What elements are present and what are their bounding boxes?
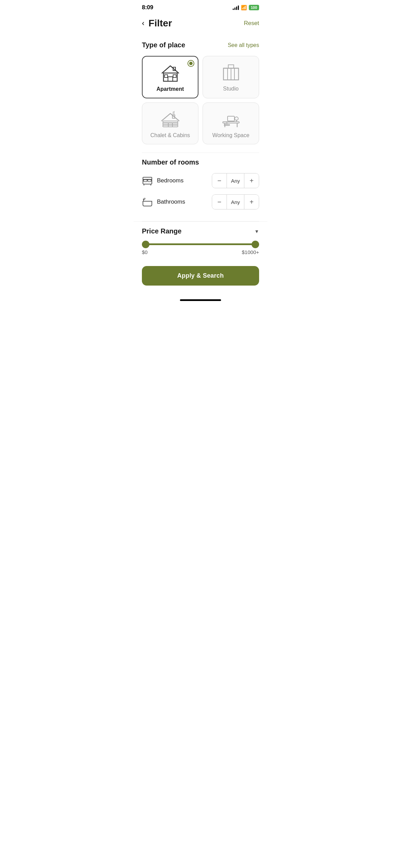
page-header: ‹ Filter Reset bbox=[134, 14, 267, 36]
price-chevron-icon[interactable]: ▼ bbox=[254, 229, 259, 234]
place-type-studio[interactable]: Studio bbox=[203, 56, 259, 98]
bedrooms-value: Any bbox=[227, 173, 244, 188]
studio-icon bbox=[220, 63, 242, 82]
place-type-chalet[interactable]: Chalet & Cabins bbox=[142, 103, 198, 144]
type-of-place-title: Type of place bbox=[142, 41, 185, 49]
time-display: 8:09 bbox=[142, 4, 153, 11]
bathrooms-stepper: − Any + bbox=[212, 194, 259, 209]
chalet-label: Chalet & Cabins bbox=[150, 132, 190, 138]
apply-bar: Apply & Search bbox=[134, 261, 267, 297]
workspace-label: Working Space bbox=[212, 132, 249, 138]
status-icons: 📶 100 bbox=[233, 5, 259, 10]
place-type-apartment[interactable]: Apartment bbox=[142, 56, 198, 98]
apply-search-button[interactable]: Apply & Search bbox=[142, 266, 259, 286]
svg-rect-28 bbox=[144, 180, 147, 182]
back-button[interactable]: ‹ bbox=[142, 20, 144, 27]
svg-rect-3 bbox=[173, 75, 176, 77]
price-min-label: $0 bbox=[142, 249, 148, 255]
price-slider[interactable] bbox=[143, 243, 258, 245]
chalet-icon bbox=[159, 110, 181, 129]
bathrooms-value: Any bbox=[227, 195, 244, 209]
svg-rect-11 bbox=[163, 121, 178, 123]
bedrooms-stepper: − Any + bbox=[212, 173, 259, 188]
apartment-icon bbox=[159, 63, 181, 83]
place-type-workspace[interactable]: Working Space bbox=[203, 103, 259, 144]
price-max-label: $1000+ bbox=[242, 249, 259, 255]
bathrooms-label: Bathrooms bbox=[157, 198, 185, 205]
price-slider-min-thumb[interactable] bbox=[142, 241, 149, 248]
home-indicator bbox=[134, 297, 267, 302]
apartment-radio bbox=[187, 60, 194, 67]
place-type-grid: Apartment Studio bbox=[142, 56, 259, 144]
price-header: Price Range ▼ bbox=[142, 227, 259, 235]
bedrooms-increment-button[interactable]: + bbox=[244, 173, 259, 188]
bathrooms-decrement-button[interactable]: − bbox=[212, 195, 227, 209]
price-labels: $0 $1000+ bbox=[142, 249, 259, 255]
svg-rect-29 bbox=[148, 180, 151, 182]
svg-rect-2 bbox=[165, 75, 168, 77]
status-bar: 8:09 📶 100 bbox=[134, 0, 267, 14]
apartment-label: Apartment bbox=[156, 86, 184, 92]
studio-label: Studio bbox=[223, 86, 239, 92]
bathrooms-row: Bathrooms − Any + bbox=[142, 194, 259, 209]
bedroom-icon bbox=[142, 175, 153, 186]
price-slider-track bbox=[143, 243, 258, 245]
type-of-place-section: Type of place See all types bbox=[134, 36, 267, 153]
bedrooms-row: Bedrooms − Any + bbox=[142, 173, 259, 188]
price-range-title: Price Range bbox=[142, 227, 182, 235]
see-all-types-link[interactable]: See all types bbox=[228, 42, 259, 48]
number-of-rooms-section: Number of rooms Bedrooms bbox=[134, 153, 267, 221]
price-range-section: Price Range ▼ $0 $1000+ bbox=[134, 221, 267, 261]
svg-rect-1 bbox=[168, 77, 173, 81]
bathrooms-increment-button[interactable]: + bbox=[244, 195, 259, 209]
svg-rect-19 bbox=[228, 116, 234, 121]
price-slider-max-thumb[interactable] bbox=[252, 241, 259, 248]
signal-icon bbox=[233, 5, 239, 10]
page-title: Filter bbox=[148, 18, 172, 29]
reset-button[interactable]: Reset bbox=[244, 20, 259, 27]
rooms-section-title: Number of rooms bbox=[142, 158, 259, 166]
workspace-icon bbox=[220, 110, 242, 129]
bathroom-icon bbox=[142, 196, 153, 207]
section-header: Type of place See all types bbox=[142, 41, 259, 49]
bedrooms-label: Bedrooms bbox=[157, 177, 183, 184]
home-bar bbox=[180, 299, 221, 301]
bedrooms-decrement-button[interactable]: − bbox=[212, 173, 227, 188]
svg-rect-10 bbox=[228, 65, 234, 68]
wifi-icon: 📶 bbox=[241, 5, 247, 10]
battery-indicator: 100 bbox=[249, 5, 259, 10]
